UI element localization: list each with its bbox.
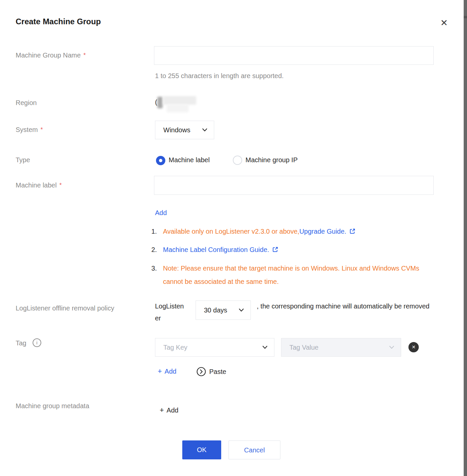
note-item-2: 2. Machine Label Configuration Guide. <box>151 243 278 257</box>
type-label: Type <box>16 156 30 164</box>
region-value: ( <box>155 98 157 106</box>
radio-machine-group-ip-text[interactable]: Machine group IP <box>245 156 298 164</box>
radio-machine-label[interactable] <box>156 156 165 165</box>
note-warning-text: Available only on LogListener v2.3.0 or … <box>163 228 299 235</box>
machine-group-name-input[interactable] <box>154 46 434 65</box>
external-link-icon[interactable] <box>349 226 356 239</box>
offline-policy-suffix: , the corresponding machine will automat… <box>257 300 438 312</box>
plus-icon: + <box>160 406 164 415</box>
system-select[interactable]: Windows <box>155 121 214 139</box>
tag-label: Tag <box>16 339 26 347</box>
machine-label-label: Machine label* <box>16 181 62 189</box>
region-redaction-blur <box>167 104 189 112</box>
note-warning-text: Note: Please ensure that the target mach… <box>163 262 431 288</box>
external-link-icon[interactable] <box>272 244 278 257</box>
required-asterisk: * <box>83 52 86 59</box>
chevron-down-icon <box>202 127 207 133</box>
system-select-value: Windows <box>163 126 190 134</box>
tag-paste-button[interactable]: Paste <box>196 367 226 377</box>
tag-add-label: Add <box>165 368 177 375</box>
required-asterisk: * <box>59 182 62 188</box>
tag-value-select[interactable]: Tag Value <box>281 338 401 357</box>
metadata-label: Machine group metadata <box>16 402 89 410</box>
tag-add-button[interactable]: + Add <box>158 367 176 376</box>
cancel-button[interactable]: Cancel <box>229 440 280 459</box>
chevron-down-icon <box>262 344 267 350</box>
region-redaction-blur <box>163 96 196 105</box>
offline-policy-label: LogListener offline removal policy <box>16 304 114 312</box>
tag-paste-label: Paste <box>209 368 226 376</box>
upgrade-guide-link[interactable]: Upgrade Guide. <box>299 228 346 235</box>
metadata-add-label: Add <box>167 407 179 414</box>
radio-machine-label-text[interactable]: Machine label <box>169 156 210 164</box>
machine-label-config-guide-link[interactable]: Machine Label Configuration Guide. <box>163 246 269 253</box>
tag-key-select[interactable]: Tag Key <box>155 338 274 357</box>
region-label: Region <box>16 99 37 107</box>
chevron-down-icon <box>389 344 394 350</box>
region-redaction-blur <box>157 97 163 108</box>
note-item-1: 1. Available only on LogListener v2.3.0 … <box>151 225 356 239</box>
note-item-3: 3. Note: Please ensure that the target m… <box>151 262 431 288</box>
paste-icon <box>196 367 206 377</box>
close-icon[interactable]: ✕ <box>438 17 450 29</box>
note-number: 3. <box>151 262 163 288</box>
machine-group-name-label: Machine Group Name* <box>16 52 86 59</box>
required-asterisk: * <box>41 126 43 133</box>
offline-duration-value: 30 days <box>204 306 227 314</box>
name-helper-text: 1 to 255 characters in length are suppor… <box>155 72 284 80</box>
background-overlay-strip <box>464 0 467 476</box>
plus-icon: + <box>158 367 162 376</box>
machine-label-input[interactable] <box>154 176 434 195</box>
delete-tag-icon[interactable]: ✕ <box>408 342 419 352</box>
note-number: 1. <box>151 225 163 239</box>
add-machine-label-link[interactable]: Add <box>155 209 167 217</box>
tag-key-placeholder: Tag Key <box>163 344 187 351</box>
tag-value-placeholder: Tag Value <box>289 344 318 351</box>
offline-policy-prefix: LogListener <box>155 300 187 324</box>
note-number: 2. <box>151 243 163 257</box>
system-label: System* <box>16 126 43 134</box>
offline-duration-select[interactable]: 30 days <box>196 300 251 320</box>
create-machine-group-dialog: Create Machine Group ✕ Machine Group Nam… <box>0 0 467 476</box>
ok-button[interactable]: OK <box>182 440 221 459</box>
dialog-title: Create Machine Group <box>16 17 101 26</box>
metadata-add-button[interactable]: + Add <box>160 406 178 415</box>
info-icon[interactable]: i <box>33 338 41 347</box>
chevron-down-icon <box>239 307 244 313</box>
radio-machine-group-ip[interactable] <box>233 156 242 165</box>
